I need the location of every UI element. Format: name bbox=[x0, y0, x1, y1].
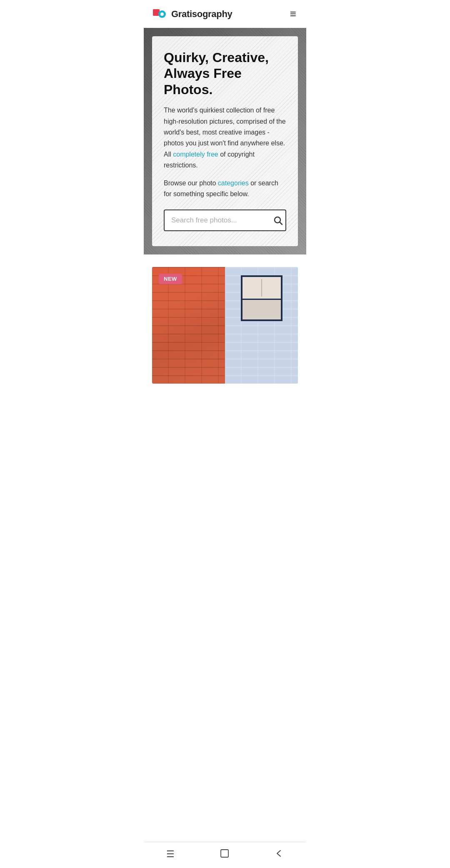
svg-point-2 bbox=[160, 12, 164, 16]
hero-description: The world's quirkiest collection of free… bbox=[164, 105, 286, 171]
header: Gratisography ≡ bbox=[144, 0, 306, 28]
search-box bbox=[164, 210, 286, 231]
categories-link[interactable]: categories bbox=[218, 180, 249, 187]
window-element bbox=[241, 275, 282, 321]
new-badge: NEW bbox=[159, 274, 182, 284]
hero-section: Quirky, Creative, Always Free Photos. Th… bbox=[144, 28, 306, 254]
hero-description-text1: The world's quirkiest collection of free… bbox=[164, 107, 286, 158]
photo-left-panel bbox=[152, 267, 225, 384]
search-input[interactable] bbox=[165, 210, 266, 230]
hero-title: Quirky, Creative, Always Free Photos. bbox=[164, 50, 286, 97]
photo-section: NEW bbox=[144, 267, 306, 417]
search-button[interactable] bbox=[266, 210, 290, 230]
photo-image bbox=[152, 267, 298, 384]
svg-line-4 bbox=[280, 222, 282, 224]
logo-area: Gratisography bbox=[152, 7, 232, 22]
window-bottom bbox=[242, 300, 281, 319]
hamburger-icon: ≡ bbox=[290, 7, 296, 20]
hero-card: Quirky, Creative, Always Free Photos. Th… bbox=[152, 36, 298, 246]
hero-browse-text: Browse our photo categories or search fo… bbox=[164, 178, 286, 200]
window-top bbox=[242, 277, 281, 300]
photo-right-panel bbox=[225, 267, 298, 384]
search-icon bbox=[273, 215, 283, 225]
content-area: NEW bbox=[144, 254, 306, 417]
logo-title: Gratisography bbox=[171, 9, 232, 20]
hamburger-menu-button[interactable]: ≡ bbox=[288, 6, 298, 22]
completely-free-link[interactable]: completely free bbox=[173, 151, 218, 158]
photo-card[interactable]: NEW bbox=[152, 267, 298, 384]
svg-point-3 bbox=[275, 217, 280, 223]
logo-icon bbox=[152, 7, 167, 22]
browse-text-part1: Browse our photo bbox=[164, 180, 218, 187]
